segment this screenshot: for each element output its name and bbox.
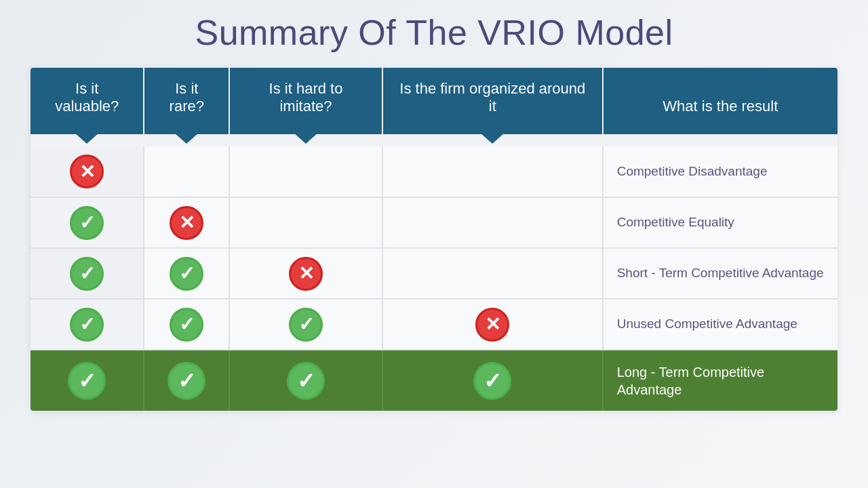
- final-row: ✓ ✓ ✓ ✓ Long - Term Competitive Advantag…: [31, 350, 837, 411]
- row1-col2: [144, 146, 229, 197]
- final-col4: ✓: [382, 350, 603, 411]
- icon-x: ✕: [289, 257, 323, 291]
- table-row: ✕ Competitive Disadvantage: [31, 146, 837, 197]
- row2-col4: [382, 197, 603, 248]
- page: Summary Of The VRIO Model Is it valuable…: [0, 0, 868, 488]
- icon-x: ✕: [475, 308, 509, 342]
- row2-col1: ✓: [31, 197, 144, 248]
- row3-col3: ✕: [229, 248, 382, 299]
- icon-x: ✕: [70, 155, 104, 188]
- icon-check: ✓: [70, 257, 104, 291]
- header-col1: Is it valuable?: [31, 68, 144, 134]
- row1-result: Competitive Disadvantage: [603, 146, 837, 197]
- row4-col3: ✓: [229, 299, 382, 350]
- final-col2: ✓: [144, 350, 229, 411]
- row1-col3: [229, 146, 382, 197]
- row3-col4: [382, 248, 603, 299]
- row3-col1: ✓: [31, 248, 144, 299]
- row1-col1: ✕: [31, 146, 144, 197]
- icon-check: ✓: [167, 362, 205, 400]
- row4-col4: ✕: [382, 299, 603, 350]
- table-row: ✓ ✓ ✕ Short - Term Competitive Advantage: [31, 248, 837, 299]
- table-row: ✓ ✓ ✓ ✕ Unused Competitive Advantage: [31, 299, 837, 350]
- icon-check: ✓: [170, 257, 203, 291]
- icon-check: ✓: [170, 308, 203, 342]
- header-col5: What is the result: [603, 68, 837, 134]
- icon-x: ✕: [170, 206, 203, 240]
- header-col4: Is the firm organized around it: [382, 68, 603, 134]
- icon-check: ✓: [70, 308, 104, 342]
- icon-check: ✓: [70, 206, 104, 240]
- row2-result: Competitive Equality: [603, 197, 837, 248]
- header-row: Is it valuable? Is it rare? Is it hard t…: [31, 68, 837, 134]
- page-title: Summary Of The VRIO Model: [195, 12, 673, 53]
- row3-col2: ✓: [144, 248, 229, 299]
- final-col1: ✓: [31, 350, 144, 411]
- header-col2: Is it rare?: [144, 68, 229, 134]
- spacer-row: [31, 134, 837, 146]
- row1-col4: [382, 146, 603, 197]
- icon-check: ✓: [287, 362, 325, 400]
- row2-col2: ✕: [144, 197, 229, 248]
- vrio-table: Is it valuable? Is it rare? Is it hard t…: [31, 68, 837, 411]
- header-col3: Is it hard to imitate?: [229, 68, 382, 134]
- final-col3: ✓: [229, 350, 382, 411]
- row2-col3: [229, 197, 382, 248]
- row3-result: Short - Term Competitive Advantage: [603, 248, 837, 299]
- row4-result: Unused Competitive Advantage: [603, 299, 837, 350]
- icon-check: ✓: [473, 362, 511, 400]
- row4-col1: ✓: [31, 299, 144, 350]
- icon-check: ✓: [68, 362, 106, 400]
- vrio-table-wrapper: Is it valuable? Is it rare? Is it hard t…: [31, 68, 837, 411]
- table-row: ✓ ✕ Competitive Equality: [31, 197, 837, 248]
- row4-col2: ✓: [144, 299, 229, 350]
- icon-check: ✓: [289, 308, 323, 342]
- final-result: Long - Term Competitive Advantage: [603, 350, 837, 411]
